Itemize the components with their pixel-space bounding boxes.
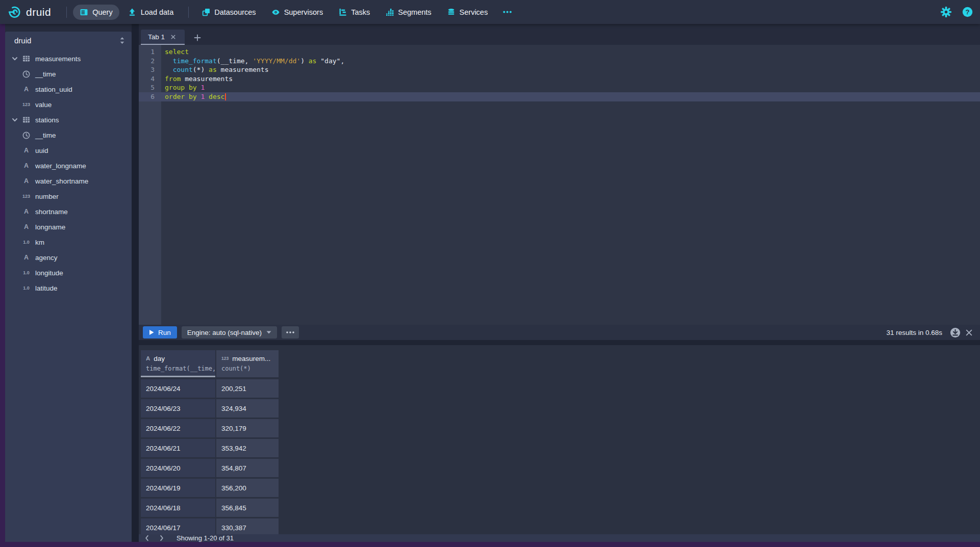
- nav-item-services[interactable]: Services: [440, 5, 495, 20]
- line-number: 3: [139, 65, 161, 74]
- tree-column-label: __time: [35, 70, 56, 78]
- column-header-day[interactable]: Adaytime_format(__time, …: [141, 350, 215, 377]
- engine-select[interactable]: Engine: auto (sql-native): [182, 326, 277, 338]
- tree-table-stations[interactable]: stations: [5, 112, 132, 127]
- results-splitter[interactable]: [139, 340, 980, 345]
- code-line-5[interactable]: 5group by 1: [139, 83, 980, 92]
- tree-column-longname[interactable]: Alongname: [5, 219, 132, 235]
- number-icon: 123: [221, 356, 229, 361]
- chevron-down-icon: [12, 117, 18, 123]
- download-icon[interactable]: [950, 327, 961, 338]
- code-line-2[interactable]: 2 time_format(__time, 'YYYY/MM/dd') as "…: [139, 57, 980, 66]
- string-icon: A: [22, 208, 31, 215]
- string-icon: A: [22, 254, 31, 261]
- close-tab-icon[interactable]: [170, 34, 177, 40]
- tree-column-value[interactable]: 123value: [5, 97, 132, 112]
- result-cell-r4c2[interactable]: 353,942: [216, 439, 279, 457]
- nav-item-query[interactable]: Query: [73, 5, 119, 20]
- tree-column-__time[interactable]: __time: [5, 127, 132, 143]
- tree-column-label: uuid: [35, 147, 48, 154]
- nav-item-tasks[interactable]: Tasks: [332, 5, 376, 20]
- nav-item-load-data[interactable]: Load data: [121, 5, 181, 20]
- sql-editor[interactable]: 1select2 time_format(__time, 'YYYY/MM/dd…: [139, 45, 980, 325]
- code-line-1[interactable]: 1select: [139, 47, 980, 57]
- line-number: 1: [139, 47, 161, 57]
- tree-column-km[interactable]: 1.0km: [5, 235, 132, 250]
- double-caret-vertical-icon[interactable]: [119, 37, 125, 44]
- string-icon: A: [22, 162, 31, 169]
- tree-column-latitude[interactable]: 1.0latitude: [5, 280, 132, 296]
- result-cell-r5c1[interactable]: 2024/06/20: [141, 459, 215, 477]
- result-cell-r4c1[interactable]: 2024/06/21: [141, 439, 215, 457]
- result-cell-r8c2[interactable]: 330,387: [216, 518, 279, 534]
- result-cell-r1c2[interactable]: 200,251: [216, 379, 279, 398]
- tree-column-station_uuid[interactable]: Astation_uuid: [5, 82, 132, 97]
- float-icon: 1.0: [22, 270, 31, 275]
- chevron-left-icon[interactable]: [140, 534, 154, 542]
- close-results-icon[interactable]: [965, 329, 973, 336]
- result-cell-r2c2[interactable]: 324,934: [216, 399, 279, 418]
- console-icon: [80, 8, 88, 16]
- druid-logo[interactable]: druid: [8, 5, 51, 19]
- line-content: select: [161, 47, 189, 57]
- result-cell-r2c1[interactable]: 2024/06/23: [141, 399, 215, 418]
- engine-select-label: Engine: auto (sql-native): [187, 329, 262, 336]
- chevron-right-icon[interactable]: [155, 534, 168, 542]
- line-number: 4: [139, 74, 161, 84]
- result-cell-r1c1[interactable]: 2024/06/24: [141, 379, 215, 398]
- run-button[interactable]: Run: [143, 326, 177, 338]
- number-icon: 123: [22, 102, 31, 107]
- string-icon: A: [146, 355, 150, 361]
- tree-table-measurements[interactable]: measurements: [5, 51, 132, 66]
- tab-1[interactable]: Tab 1: [141, 30, 185, 45]
- tree-column-__time[interactable]: __time: [5, 66, 132, 82]
- schema-selector[interactable]: druid: [5, 32, 132, 49]
- nav-item-supervisors[interactable]: Supervisors: [265, 5, 330, 20]
- run-toolbar: Run Engine: auto (sql-native) 31 results…: [139, 325, 980, 340]
- chevron-down-icon: [12, 56, 18, 62]
- tab-label: Tab 1: [148, 33, 165, 41]
- nav-item-datasources[interactable]: Datasources: [195, 5, 262, 20]
- result-cell-r7c1[interactable]: 2024/06/18: [141, 499, 215, 517]
- tree-column-agency[interactable]: Aagency: [5, 250, 132, 265]
- query-more-button[interactable]: [282, 326, 299, 338]
- new-tab-button[interactable]: [191, 32, 204, 44]
- result-cell-r3c2[interactable]: 320,179: [216, 419, 279, 437]
- tree-column-water_longname[interactable]: Awater_longname: [5, 158, 132, 173]
- string-icon: A: [22, 86, 31, 93]
- nav-item-label: Supervisors: [284, 8, 323, 16]
- tree-column-label: shortname: [35, 208, 68, 216]
- upload-icon: [128, 8, 137, 16]
- tree-column-water_shortname[interactable]: Awater_shortname: [5, 173, 132, 189]
- clock-icon: [22, 70, 31, 78]
- tree-column-shortname[interactable]: Ashortname: [5, 204, 132, 219]
- string-icon: A: [22, 147, 31, 154]
- result-cell-r6c1[interactable]: 2024/06/19: [141, 479, 215, 497]
- code-line-3[interactable]: 3 count(*) as measurements: [139, 65, 980, 74]
- result-cell-r3c1[interactable]: 2024/06/22: [141, 419, 215, 437]
- pagination-bar: Showing 1-20 of 31: [139, 534, 980, 542]
- code-line-6[interactable]: 6order by 1 desc: [139, 92, 980, 101]
- tree-column-longitude[interactable]: 1.0longitude: [5, 265, 132, 280]
- tree-column-number[interactable]: 123number: [5, 189, 132, 204]
- nav-divider: [66, 7, 67, 18]
- help-button[interactable]: ?: [962, 7, 973, 18]
- panel-resize-handle[interactable]: [132, 24, 139, 542]
- schema-tree: measurements__timeAstation_uuid123values…: [5, 49, 132, 296]
- results-header: Adaytime_format(__time, …123measurem...c…: [141, 350, 980, 377]
- code-line-4[interactable]: 4from measurements: [139, 74, 980, 84]
- results-rows: 2024/06/24200,2512024/06/23324,9342024/0…: [141, 379, 980, 534]
- string-icon: A: [22, 177, 31, 185]
- float-icon: 1.0: [22, 285, 31, 291]
- result-cell-r6c2[interactable]: 356,200: [216, 479, 279, 497]
- nav-divider: [188, 7, 189, 18]
- result-cell-r5c2[interactable]: 354,807: [216, 459, 279, 477]
- column-name: measurem...: [232, 355, 270, 362]
- column-header-measurem...[interactable]: 123measurem...count(*): [216, 350, 279, 377]
- tree-column-uuid[interactable]: Auuid: [5, 143, 132, 158]
- result-cell-r8c1[interactable]: 2024/06/17: [141, 518, 215, 534]
- nav-item-segments[interactable]: Segments: [379, 5, 438, 20]
- result-cell-r7c2[interactable]: 356,845: [216, 499, 279, 517]
- nav-item-more[interactable]: [496, 5, 518, 20]
- settings-button[interactable]: [940, 7, 951, 18]
